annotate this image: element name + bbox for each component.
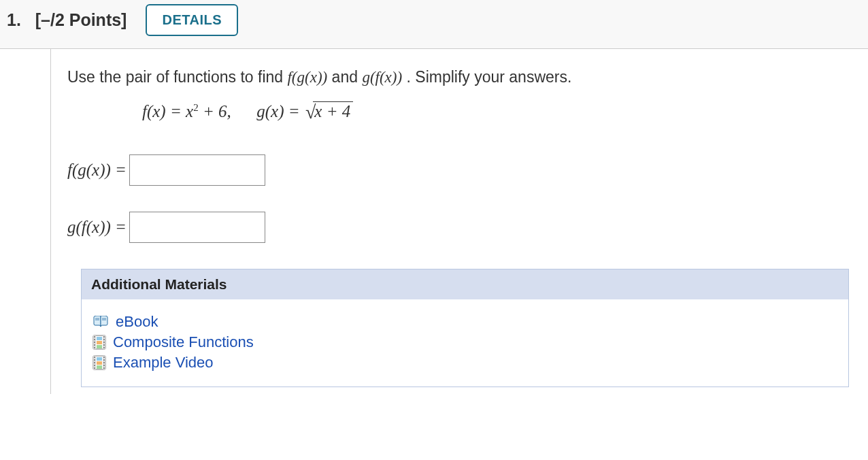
math-gf: g(f(x)) bbox=[362, 69, 402, 86]
material-link-label: Example Video bbox=[113, 354, 214, 372]
radicand: x + 4 bbox=[313, 101, 353, 121]
left-gutter bbox=[0, 49, 51, 394]
math-fg: f(g(x)) bbox=[287, 69, 327, 86]
svg-rect-19 bbox=[97, 345, 102, 348]
svg-rect-15 bbox=[103, 344, 105, 346]
question-header: 1. [–/2 Points] DETAILS bbox=[0, 0, 868, 49]
svg-rect-7 bbox=[94, 336, 95, 338]
svg-rect-18 bbox=[97, 341, 102, 344]
svg-rect-29 bbox=[103, 359, 105, 361]
additional-materials: Additional Materials eBook bbox=[81, 269, 849, 387]
material-link-label: eBook bbox=[116, 313, 158, 331]
answer-input-fg[interactable] bbox=[129, 154, 265, 186]
svg-rect-24 bbox=[94, 359, 95, 361]
svg-rect-9 bbox=[94, 342, 95, 343]
book-icon bbox=[93, 316, 109, 328]
svg-rect-34 bbox=[97, 361, 102, 365]
material-link-example-video[interactable]: Example Video bbox=[93, 354, 837, 372]
svg-rect-26 bbox=[94, 365, 95, 366]
film-icon bbox=[93, 335, 106, 350]
svg-rect-17 bbox=[97, 337, 102, 340]
answer-row-gf: g(f(x)) = bbox=[67, 212, 852, 243]
material-link-composite[interactable]: Composite Functions bbox=[93, 333, 837, 351]
svg-rect-8 bbox=[94, 339, 95, 340]
svg-rect-14 bbox=[103, 342, 105, 343]
svg-rect-13 bbox=[103, 339, 105, 340]
answer-input-gf[interactable] bbox=[129, 212, 265, 243]
f-def-rhs: + 6, bbox=[199, 102, 231, 120]
content-wrap: Use the pair of functions to find f(g(x)… bbox=[0, 49, 868, 394]
svg-rect-27 bbox=[94, 367, 95, 369]
answer1-label: f(g(x)) = bbox=[67, 161, 127, 180]
svg-rect-33 bbox=[97, 357, 102, 361]
f-def-exp: 2 bbox=[193, 102, 199, 113]
svg-rect-11 bbox=[94, 347, 95, 348]
g-def-lhs: g(x) = bbox=[256, 102, 304, 120]
svg-rect-30 bbox=[103, 362, 105, 363]
f-def-lhs: f(x) = x bbox=[142, 102, 193, 120]
film-icon bbox=[93, 355, 106, 370]
sqrt-expression: √x + 4 bbox=[304, 101, 353, 123]
answer-row-fg: f(g(x)) = bbox=[67, 154, 852, 186]
prompt-prefix: Use the pair of functions to find bbox=[67, 68, 287, 86]
materials-body: eBook bbox=[82, 299, 848, 387]
question-content: Use the pair of functions to find f(g(x)… bbox=[51, 49, 868, 394]
function-definitions: f(x) = x2 + 6, g(x) = √x + 4 bbox=[142, 101, 852, 123]
svg-rect-32 bbox=[103, 367, 105, 369]
prompt-mid: and bbox=[332, 68, 363, 86]
svg-rect-28 bbox=[103, 357, 105, 358]
svg-rect-25 bbox=[94, 362, 95, 363]
materials-header: Additional Materials bbox=[82, 269, 848, 299]
prompt-text: Use the pair of functions to find f(g(x)… bbox=[67, 68, 852, 86]
svg-rect-23 bbox=[94, 357, 95, 358]
question-number: 1. [–/2 Points] bbox=[7, 10, 127, 30]
q-points: [–/2 Points] bbox=[35, 10, 127, 29]
svg-rect-31 bbox=[103, 365, 105, 366]
q-index: 1. bbox=[7, 10, 21, 29]
prompt-suffix: . Simplify your answers. bbox=[407, 68, 572, 86]
material-link-ebook[interactable]: eBook bbox=[93, 313, 837, 331]
svg-rect-10 bbox=[94, 344, 95, 346]
svg-rect-16 bbox=[103, 347, 105, 348]
material-link-label: Composite Functions bbox=[113, 333, 254, 351]
details-button[interactable]: DETAILS bbox=[146, 4, 238, 36]
svg-rect-35 bbox=[97, 365, 102, 369]
answer2-label: g(f(x)) = bbox=[67, 218, 127, 237]
svg-rect-12 bbox=[103, 336, 105, 338]
